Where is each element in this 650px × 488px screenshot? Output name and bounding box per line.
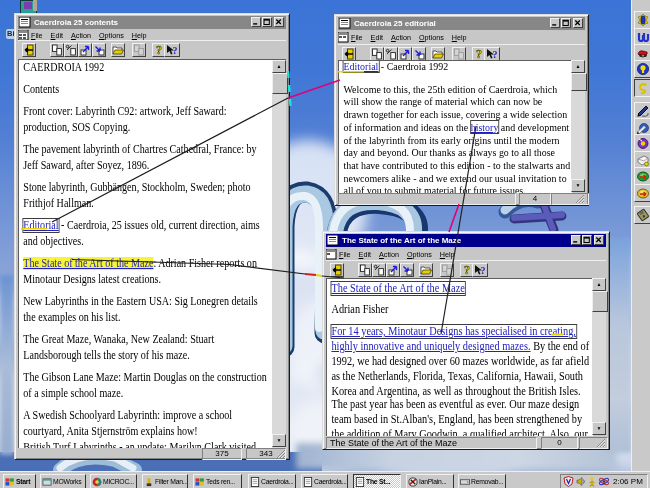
svg-text:?: ? bbox=[476, 48, 482, 60]
svg-text:?: ? bbox=[464, 264, 470, 276]
svg-text:?: ? bbox=[481, 265, 486, 276]
svg-text:?: ? bbox=[156, 44, 162, 56]
svg-text:?: ? bbox=[173, 45, 178, 56]
svg-text:?: ? bbox=[493, 49, 498, 60]
